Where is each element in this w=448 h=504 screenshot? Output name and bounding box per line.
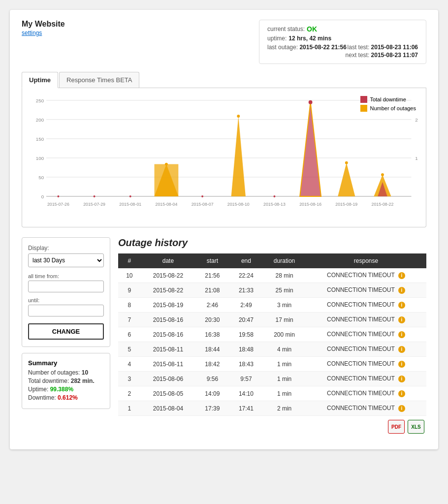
legend-downtime-label: Total downtime [370, 96, 406, 102]
cell-end: 14:10 [229, 386, 263, 401]
summary-title: Summary [28, 359, 104, 367]
legend-outages-color [360, 105, 367, 112]
cell-date: 2015-08-22 [141, 268, 195, 283]
info-icon[interactable]: i [398, 287, 405, 294]
info-icon[interactable]: i [398, 316, 405, 323]
info-icon[interactable]: i [398, 331, 405, 338]
svg-point-34 [345, 161, 348, 164]
site-title: My Website [22, 20, 65, 29]
cell-start: 20:30 [195, 313, 229, 327]
chart-section: Total downtime Number of outages 250 200 [22, 88, 426, 227]
table-row: 3 2015-08-06 9:56 9:57 1 min CONNECTION … [118, 372, 426, 386]
svg-point-27 [165, 163, 168, 166]
table-row: 4 2015-08-11 18:42 18:43 1 min CONNECTIO… [118, 357, 426, 372]
info-icon[interactable]: i [398, 346, 405, 353]
summary-uptime-value: 99.388% [50, 386, 73, 393]
summary-downtime: Total downtime: 282 min. [28, 378, 104, 384]
svg-marker-28 [231, 116, 246, 196]
cell-duration: 3 min [263, 298, 306, 313]
info-icon[interactable]: i [398, 272, 405, 279]
cell-response: CONNECTION TIMEOUT i [306, 401, 426, 416]
cell-start: 9:56 [195, 372, 229, 386]
cell-start: 21:08 [195, 283, 229, 298]
uptime-row: uptime: 12 hrs, 42 mins [267, 35, 418, 42]
table-row: 7 2015-08-16 20:30 20:47 17 min CONNECTI… [118, 313, 426, 327]
uptime-label: uptime: [267, 35, 287, 42]
svg-text:2015-07-29: 2015-07-29 [83, 202, 105, 207]
tabs: Uptime Response Times BETA [22, 72, 426, 88]
cell-duration: 4 min [263, 342, 306, 357]
table-row: 10 2015-08-22 21:56 22:24 28 min CONNECT… [118, 268, 426, 283]
current-status-label: current status: [267, 26, 305, 32]
col-start: start [195, 253, 229, 268]
cell-response: CONNECTION TIMEOUT i [306, 342, 426, 357]
table-row: 2 2015-08-05 14:09 14:10 1 min CONNECTIO… [118, 386, 426, 401]
display-label: Display: [28, 245, 104, 252]
svg-point-41 [201, 195, 203, 197]
legend-outages-label: Number of outages [370, 105, 416, 111]
table-footer: PDF XLS [118, 416, 426, 438]
col-response: response [306, 253, 426, 268]
col-end: end [229, 253, 263, 268]
table-row: 6 2015-08-16 16:38 19:58 200 min CONNECT… [118, 327, 426, 342]
summary-outages: Number of outages: 10 [28, 369, 104, 376]
export-pdf-button[interactable]: PDF [388, 420, 405, 434]
display-select[interactable]: last 30 Days last 7 Days last 14 Days la… [28, 253, 104, 267]
legend-downtime: Total downtime [360, 96, 416, 103]
info-icon[interactable]: i [398, 405, 405, 412]
cell-num: 1 [118, 401, 141, 416]
svg-point-42 [273, 195, 275, 197]
page-container: My Website settings current status: OK u… [10, 10, 438, 449]
cell-end: 20:47 [229, 313, 263, 327]
cell-duration: 1 min [263, 386, 306, 401]
chart-legend: Total downtime Number of outages [360, 96, 416, 112]
cell-num: 8 [118, 298, 141, 313]
table-row: 8 2015-08-19 2:46 2:49 3 min CONNECTION … [118, 298, 426, 313]
all-time-from-input[interactable] [28, 281, 104, 292]
summary-downtime-pct-value: 0.612% [58, 394, 78, 401]
next-test-item: next test: 2015-08-23 11:07 [346, 52, 418, 59]
info-icon[interactable]: i [398, 302, 405, 309]
svg-text:100: 100 [36, 156, 44, 161]
cell-end: 21:33 [229, 283, 263, 298]
cell-start: 2:46 [195, 298, 229, 313]
until-input[interactable] [28, 305, 104, 316]
right-panel: Outage history # date start end duration… [118, 237, 426, 438]
svg-point-32 [309, 100, 313, 104]
cell-start: 14:09 [195, 386, 229, 401]
info-icon[interactable]: i [398, 376, 405, 382]
cell-date: 2015-08-11 [141, 357, 195, 372]
svg-point-40 [129, 195, 131, 197]
table-header-row: # date start end duration response [118, 253, 426, 268]
current-status-row: current status: OK [267, 25, 418, 33]
tab-uptime[interactable]: Uptime [22, 72, 58, 88]
until-label: until: [28, 297, 104, 303]
export-xls-button[interactable]: XLS [408, 420, 424, 434]
info-icon[interactable]: i [398, 361, 405, 368]
cell-response: CONNECTION TIMEOUT i [306, 298, 426, 313]
tab-response-times[interactable]: Response Times BETA [59, 72, 139, 88]
cell-end: 18:43 [229, 357, 263, 372]
status-bottom-row: last outage: 2015-08-22 21:56 last test:… [267, 44, 418, 51]
site-info: My Website settings [22, 20, 65, 36]
svg-text:2015-08-01: 2015-08-01 [119, 202, 141, 207]
col-date: date [141, 253, 195, 268]
svg-text:2015-08-16: 2015-08-16 [299, 202, 321, 207]
cell-date: 2015-08-06 [141, 372, 195, 386]
svg-text:2015-08-10: 2015-08-10 [227, 202, 250, 207]
legend-outages: Number of outages [360, 105, 416, 112]
info-icon[interactable]: i [398, 390, 405, 397]
change-button[interactable]: CHANGE [28, 323, 104, 340]
table-row: 5 2015-08-11 18:44 18:48 4 min CONNECTIO… [118, 342, 426, 357]
status-box: current status: OK uptime: 12 hrs, 42 mi… [259, 20, 426, 64]
cell-response: CONNECTION TIMEOUT i [306, 372, 426, 386]
cell-end: 17:41 [229, 401, 263, 416]
svg-point-38 [57, 195, 59, 197]
cell-start: 17:39 [195, 401, 229, 416]
cell-duration: 200 min [263, 327, 306, 342]
cell-date: 2015-08-11 [141, 342, 195, 357]
svg-text:1: 1 [415, 156, 417, 161]
summary-outages-value: 10 [82, 369, 88, 376]
svg-marker-30 [300, 102, 321, 196]
settings-link[interactable]: settings [22, 30, 65, 36]
